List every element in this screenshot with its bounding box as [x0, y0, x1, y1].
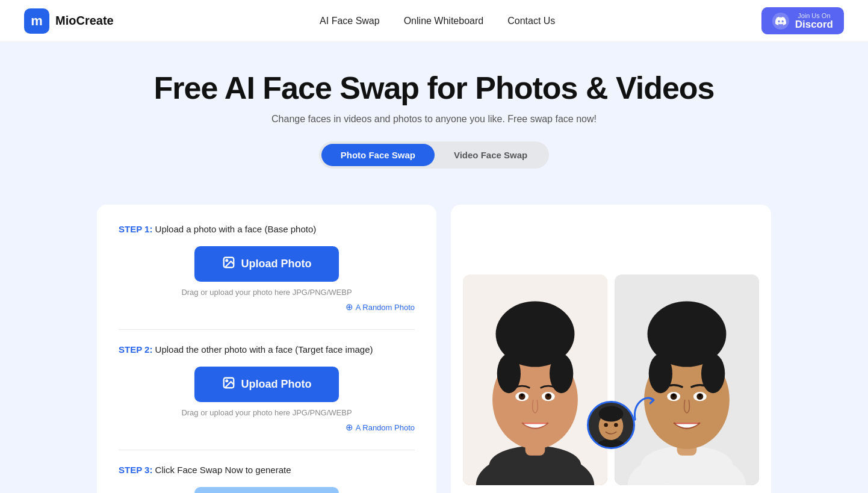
left-panel: STEP 1: Upload a photo with a face (Base…: [97, 205, 436, 493]
svg-point-36: [672, 394, 675, 396]
discord-icon: [772, 13, 789, 29]
svg-point-22: [599, 406, 624, 422]
step-1-section: STEP 1: Upload a photo with a face (Base…: [119, 224, 415, 312]
hero-subtitle: Change faces in videos and photos to any…: [12, 114, 856, 125]
tab-photo-face-swap[interactable]: Photo Face Swap: [321, 144, 435, 166]
step-3-section: STEP 3: Click Face Swap Now to generate …: [119, 465, 415, 493]
logo-text: MioCreate: [55, 14, 114, 28]
step-1-label: STEP 1: Upload a photo with a face (Base…: [119, 224, 415, 234]
logo-icon: m: [24, 8, 49, 34]
face-before-image: [463, 274, 607, 485]
upload-photo-btn-1[interactable]: Upload Photo: [194, 246, 339, 282]
logo-area: m MioCreate: [24, 8, 114, 34]
face-after-image: [615, 274, 759, 485]
svg-point-18: [547, 394, 550, 396]
swap-arrow-overlay: [587, 401, 635, 449]
discord-button[interactable]: Join Us On Discord: [761, 7, 844, 34]
svg-point-1: [226, 260, 228, 262]
right-panel: Before: [451, 205, 771, 493]
upload-icon-1: [222, 256, 235, 272]
header: m MioCreate AI Face Swap Online Whiteboa…: [0, 0, 868, 42]
before-photo: Before: [463, 274, 607, 485]
plus-icon-1: ⊕: [346, 302, 353, 312]
svg-point-3: [226, 380, 228, 382]
svg-point-39: [699, 394, 701, 396]
woman-after-svg: [615, 274, 759, 485]
drag-hint-2: Drag or upload your photo here JPG/PNG/W…: [119, 408, 415, 417]
discord-text: Join Us On Discord: [795, 12, 833, 29]
step-divider-2: [119, 450, 415, 450]
avatar-face-svg: [589, 401, 633, 449]
tabs-container: Photo Face Swap Video Face Swap: [319, 141, 549, 169]
nav-contact-us[interactable]: Contact Us: [507, 16, 555, 26]
main-content: STEP 1: Upload a photo with a face (Base…: [73, 205, 795, 493]
drag-hint-1: Drag or upload your photo here JPG/PNG/W…: [119, 288, 415, 297]
main-nav: AI Face Swap Online Whiteboard Contact U…: [320, 16, 555, 26]
tab-video-face-swap[interactable]: Video Face Swap: [435, 144, 547, 166]
step-2-label: STEP 2: Upload the other photo with a fa…: [119, 344, 415, 355]
hero-title: Free AI Face Swap for Photos & Videos: [12, 71, 856, 105]
nav-ai-face-swap[interactable]: AI Face Swap: [320, 16, 380, 26]
svg-point-33: [701, 354, 725, 393]
hero-section: Free AI Face Swap for Photos & Videos Ch…: [0, 42, 868, 205]
woman-before-svg: [463, 274, 607, 485]
swap-face-now-btn[interactable]: Swap Face Now →: [194, 487, 339, 493]
preview-inner: Before: [463, 274, 759, 485]
random-photo-link-2[interactable]: ⊕ A Random Photo: [119, 422, 415, 433]
svg-point-23: [604, 423, 607, 427]
step-divider-1: [119, 329, 415, 330]
svg-point-24: [614, 423, 618, 427]
after-photo: After: [615, 274, 759, 485]
upload-icon-2: [222, 376, 235, 392]
random-photo-link-1[interactable]: ⊕ A Random Photo: [119, 302, 415, 312]
upload-photo-btn-2[interactable]: Upload Photo: [194, 367, 339, 402]
svg-point-15: [521, 394, 523, 396]
nav-online-whiteboard[interactable]: Online Whiteboard: [404, 16, 484, 26]
plus-icon-2: ⊕: [346, 422, 353, 433]
step-3-label: STEP 3: Click Face Swap Now to generate: [119, 465, 415, 475]
svg-point-32: [649, 354, 672, 393]
step-2-section: STEP 2: Upload the other photo with a fa…: [119, 344, 415, 433]
